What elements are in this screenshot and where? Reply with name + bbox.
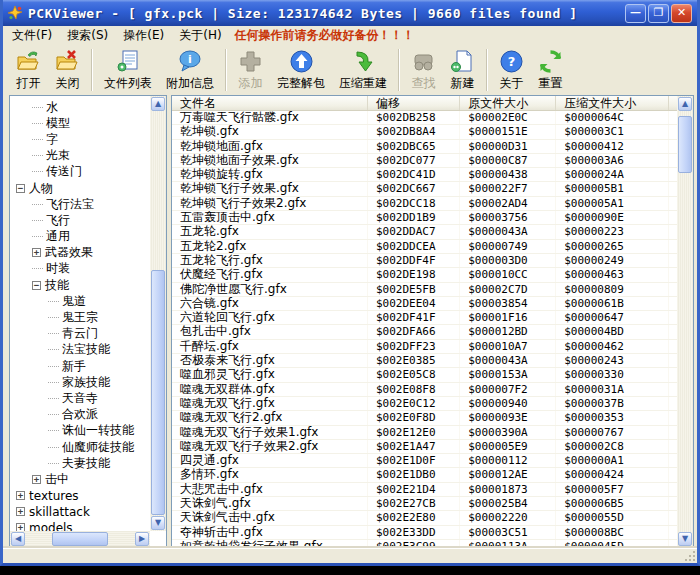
table-scroll-thumb[interactable] (678, 116, 692, 173)
scroll-down-icon[interactable]: ▼ (678, 532, 692, 546)
expand-plus-icon[interactable]: + (16, 507, 25, 516)
column-header-original-size[interactable]: 原文件大小 (460, 96, 556, 110)
table-row[interactable]: 夺神斩击中.gfx$002E33DD$00003C51$000008BC (172, 526, 677, 540)
table-row[interactable]: 千醉坛.gfx$002DFF23$000010A7$00000462 (172, 340, 677, 354)
tree-item-label: 人物 (29, 180, 53, 197)
tree-scroll-thumb[interactable] (151, 270, 165, 515)
tree-item[interactable]: 模型 (10, 115, 150, 131)
close-button[interactable]: ✕ (671, 4, 692, 23)
row-filler (669, 468, 677, 481)
table-vertical-scrollbar[interactable]: ▲ ▼ (677, 96, 693, 547)
table-row[interactable]: 乾坤锁飞行子效果.gfx$002DC667$000022F7$000005B1 (172, 182, 677, 196)
table-row[interactable]: 乾坤锁地面.gfx$002DBC65$00000D31$00000412 (172, 140, 677, 154)
about-button[interactable]: ?关于 (492, 48, 531, 92)
table-row[interactable]: 五雷轰顶击中.gfx$002DD1B9$00003756$0000090E (172, 211, 677, 225)
table-row[interactable]: 大悲咒击中.gfx$002E21D4$00001873$000005F7 (172, 483, 677, 497)
table-row[interactable]: 如意乾坤袋发行子效果.gfx$002E3C99$0000113A$0000045… (172, 540, 677, 547)
scroll-down-icon[interactable]: ▼ (151, 516, 165, 530)
tree-item[interactable]: 鬼王宗 (10, 309, 150, 325)
tree-item[interactable]: +textures (10, 488, 150, 504)
table-row[interactable]: 五龙轮.gfx$002DDAC7$0000043A$00000223 (172, 225, 677, 239)
column-header-filename[interactable]: 文件名 (172, 96, 368, 110)
table-row[interactable]: 六道轮回飞行.gfx$002DF41F$00001F16$00000647 (172, 311, 677, 325)
tree-item[interactable]: 光束 (10, 148, 150, 164)
column-header-offset[interactable]: 偏移 (368, 96, 460, 110)
tree-item[interactable]: 时装 (10, 261, 150, 277)
table-row[interactable]: 天诛剑气.gfx$002E27CB$000025B4$000006B5 (172, 497, 677, 511)
tree-item[interactable]: 字 (10, 131, 150, 147)
scroll-left-icon[interactable]: ◀ (11, 532, 25, 546)
tree-item[interactable]: 合欢派 (10, 407, 150, 423)
new-button[interactable]: 新建 (443, 48, 482, 92)
tree-item[interactable]: 法宝技能 (10, 342, 150, 358)
resize-grip[interactable] (684, 550, 696, 562)
compress-rebuild-button[interactable]: 压缩重建 (332, 48, 394, 92)
expand-plus-icon[interactable]: + (16, 523, 25, 531)
expand-plus-icon[interactable]: + (16, 491, 25, 500)
table-row[interactable]: 噬魂无双群体.gfx$002E08F8$000007F2$0000031A (172, 383, 677, 397)
collapse-minus-icon[interactable]: − (16, 184, 25, 193)
full-unpack-button[interactable]: 完整解包 (270, 48, 332, 92)
tree-item[interactable]: +武器效果 (10, 245, 150, 261)
tree-item[interactable]: 通用 (10, 229, 150, 245)
collapse-minus-icon[interactable]: − (32, 281, 41, 290)
minimize-button[interactable]: — (625, 4, 646, 23)
extra-info-button[interactable]: i附加信息 (159, 48, 221, 92)
tree-vertical-scrollbar[interactable]: ▲ ▼ (150, 96, 166, 531)
tree-item[interactable]: −技能 (10, 277, 150, 293)
column-header-compressed-size[interactable]: 压缩文件大小 (556, 96, 669, 110)
scroll-right-icon[interactable]: ▶ (135, 532, 149, 546)
menu-file[interactable]: 文件(F) (6, 25, 61, 46)
table-row[interactable]: 乾坤锁地面子效果.gfx$002DC077$00000C87$000003A6 (172, 154, 677, 168)
tree-item[interactable]: 家族技能 (10, 374, 150, 390)
tree-item[interactable]: −人物 (10, 180, 150, 196)
table-row[interactable]: 噬魂无双飞行子效果2.gfx$002E1A47$000005E9$000002C… (172, 440, 677, 454)
expand-plus-icon[interactable]: + (32, 475, 41, 484)
table-row[interactable]: 噬血邪灵飞行.gfx$002E05C8$0000153A$00000330 (172, 368, 677, 382)
tree-item[interactable]: 传送门 (10, 164, 150, 180)
table-row[interactable]: 乾坤锁.gfx$002DB8A4$0000151E$000003C1 (172, 125, 677, 139)
close-button[interactable]: 关闭 (48, 48, 87, 92)
table-row[interactable]: 伏魔经飞行.gfx$002DE198$000010CC$00000463 (172, 268, 677, 282)
tree-item[interactable]: 鬼道 (10, 293, 150, 309)
tree-item[interactable]: +skillattack (10, 504, 150, 520)
tree-item[interactable]: 飞行 (10, 212, 150, 228)
table-row[interactable]: 五龙轮2.gfx$002DDCEA$00000749$00000265 (172, 240, 677, 254)
table-row[interactable]: 六合镜.gfx$002DEE04$00003854$0000061B (172, 297, 677, 311)
file-list-button[interactable]: 文件列表 (97, 48, 159, 92)
tree-item[interactable]: +击中 (10, 471, 150, 487)
table-row[interactable]: 噬魂无双飞行子效果1.gfx$002E12E0$0000390A$0000076… (172, 426, 677, 440)
tree-item[interactable]: 仙魔师徒技能 (10, 439, 150, 455)
tree-item[interactable]: 夫妻技能 (10, 455, 150, 471)
tree-horizontal-scrollbar[interactable]: ◀ ▶ (10, 531, 150, 547)
menu-search[interactable]: 搜索(S) (61, 25, 117, 46)
menu-operate[interactable]: 操作(E) (117, 25, 173, 46)
scroll-up-icon[interactable]: ▲ (151, 97, 165, 111)
tree-item[interactable]: +models (10, 520, 150, 531)
table-row[interactable]: 多情环.gfx$002E1DB0$000012AE$00000424 (172, 468, 677, 482)
maximize-button[interactable]: ❐ (648, 4, 669, 23)
table-row[interactable]: 佛陀净世愿飞行.gfx$002DE5FB$00002C7D$00000809 (172, 283, 677, 297)
table-row[interactable]: 噬魂无双飞行2.gfx$002E0F8D$0000093E$00000353 (172, 411, 677, 425)
table-row[interactable]: 五龙轮飞行.gfx$002DDF4F$000003D0$00000249 (172, 254, 677, 268)
tree-item[interactable]: 青云门 (10, 326, 150, 342)
expand-plus-icon[interactable]: + (32, 248, 41, 257)
scroll-up-icon[interactable]: ▲ (678, 97, 692, 111)
tree-item[interactable]: 新手 (10, 358, 150, 374)
table-row[interactable]: 乾坤锁旋转.gfx$002DC41D$00000438$0000024A (172, 168, 677, 182)
tree-item[interactable]: 天音寺 (10, 390, 150, 406)
table-row[interactable]: 噬魂无双飞行.gfx$002E0C12$00000940$0000037B (172, 397, 677, 411)
table-row[interactable]: 四灵通.gfx$002E1D0F$00000112$000000A1 (172, 454, 677, 468)
tree-item[interactable]: 飞行法宝 (10, 196, 150, 212)
reset-button[interactable]: 重置 (531, 48, 570, 92)
table-row[interactable]: 天诛剑气击中.gfx$002E2E80$00002220$0000055D (172, 511, 677, 525)
table-row[interactable]: 乾坤锁飞行子效果2.gfx$002DCC18$00002AD4$000005A1 (172, 197, 677, 211)
table-row[interactable]: 否极泰来飞行.gfx$002E0385$0000043A$00000243 (172, 354, 677, 368)
tree-hscroll-thumb[interactable] (52, 532, 108, 546)
menu-about[interactable]: 关于(H) (173, 25, 230, 46)
open-button[interactable]: 打开 (9, 48, 48, 92)
table-row[interactable]: 万毒噬天飞行骷髅.gfx$002DB258$00002E0C$0000064C (172, 111, 677, 125)
tree-item[interactable]: 水 (10, 99, 150, 115)
table-row[interactable]: 包扎击中.gfx$002DFA66$000012BD$000004BD (172, 325, 677, 339)
tree-item[interactable]: 诛仙一转技能 (10, 423, 150, 439)
